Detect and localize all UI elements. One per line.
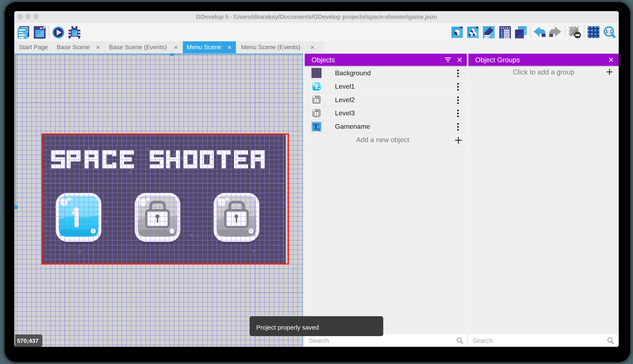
svg-text:x: x	[318, 127, 320, 132]
svg-text:1:1: 1:1	[605, 29, 612, 34]
